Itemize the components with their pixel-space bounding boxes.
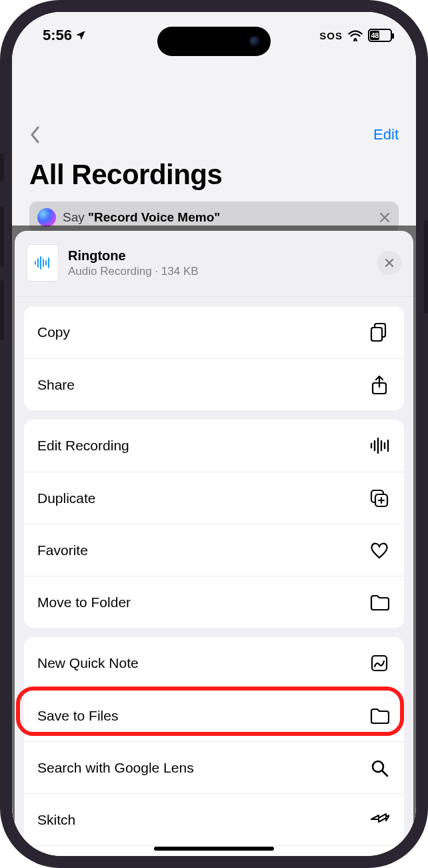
close-icon[interactable] [379, 211, 391, 224]
folder-icon [368, 592, 391, 612]
action-label: Share [37, 377, 75, 393]
action-move-to-folder[interactable]: Move to Folder [24, 576, 404, 628]
status-sos: SOS [319, 30, 343, 41]
action-label: Copy [37, 324, 70, 340]
volume-down [0, 280, 4, 340]
mute-switch [0, 153, 4, 181]
close-sheet-button[interactable] [377, 251, 401, 275]
screen: 5:56 SOS 48 [12, 12, 416, 856]
action-group: Edit RecordingDuplicateFavoriteMove to F… [24, 420, 404, 628]
sheet-file-subtitle: Audio Recording · 134 KB [68, 265, 368, 278]
page-title: All Recordings [29, 159, 399, 191]
status-time: 5:56 [43, 27, 72, 44]
duplicate-icon [368, 488, 391, 508]
folder-icon [368, 706, 391, 726]
action-label: Edit Recording [37, 438, 129, 454]
siri-tip-text: Say "Record Voice Memo" [63, 210, 220, 225]
front-camera [249, 36, 260, 47]
share-icon [368, 375, 391, 395]
search-icon [368, 758, 391, 778]
action-skitch[interactable]: Skitch [24, 793, 404, 845]
wifi-icon [348, 29, 363, 41]
battery-percent: 48 [370, 31, 379, 40]
action-label: Duplicate [37, 490, 96, 506]
copy-icon [368, 322, 391, 342]
action-group: CopyShare [24, 306, 404, 410]
action-label: Skitch [37, 812, 75, 828]
share-sheet: Ringtone Audio Recording · 134 KB CopySh… [15, 231, 413, 856]
skitch-icon [368, 810, 391, 830]
quicknote-icon [368, 653, 391, 673]
close-icon [384, 258, 395, 268]
action-label: Search with Google Lens [37, 760, 194, 776]
sheet-body[interactable]: CopyShareEdit RecordingDuplicateFavorite… [15, 297, 413, 856]
battery-icon: 48 [368, 29, 392, 42]
action-label: Save to Files [37, 708, 118, 724]
action-label: Move to Folder [37, 594, 131, 610]
edit-button[interactable]: Edit [373, 126, 399, 143]
volume-up [0, 207, 4, 267]
action-copy[interactable]: Copy [24, 306, 404, 358]
action-label: Favorite [37, 542, 88, 558]
action-group: New Quick NoteSave to FilesSearch with G… [24, 637, 404, 856]
waveform-icon [368, 436, 391, 456]
svg-point-0 [354, 38, 357, 41]
action-label: New Quick Note [37, 655, 139, 671]
file-thumbnail [27, 244, 59, 282]
sheet-header: Ringtone Audio Recording · 134 KB [15, 231, 413, 297]
back-chevron-icon[interactable] [29, 125, 41, 144]
phone-frame: 5:56 SOS 48 [0, 0, 428, 868]
home-indicator[interactable] [154, 847, 274, 851]
action-duplicate[interactable]: Duplicate [24, 472, 404, 524]
action-edit-recording[interactable]: Edit Recording [24, 420, 404, 472]
action-search-with-google-lens[interactable]: Search with Google Lens [24, 741, 404, 793]
action-favorite[interactable]: Favorite [24, 524, 404, 576]
heart-icon [368, 540, 391, 560]
action-share[interactable]: Share [24, 358, 404, 410]
location-icon [75, 29, 87, 41]
action-new-quick-note[interactable]: New Quick Note [24, 637, 404, 689]
power-button [424, 220, 428, 314]
siri-icon [37, 208, 56, 227]
action-save-to-files[interactable]: Save to Files [24, 689, 404, 741]
sheet-file-name: Ringtone [68, 248, 368, 264]
dynamic-island [157, 27, 271, 56]
waveform-icon [33, 256, 52, 270]
